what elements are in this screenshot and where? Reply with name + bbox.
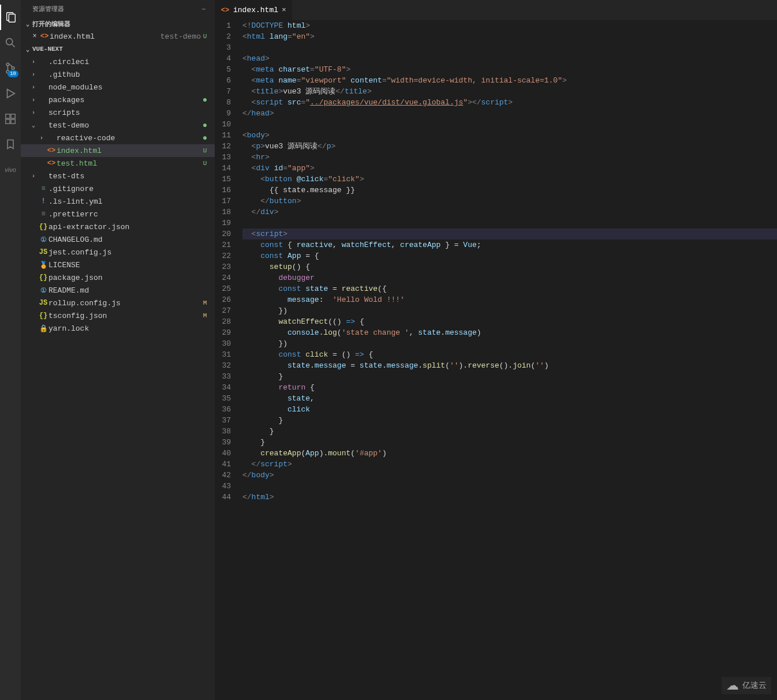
folder-item[interactable]: ›reactive-code● [21,132,215,144]
tab-index-html[interactable]: <> index.html × [215,0,293,20]
chevron-icon: › [29,97,38,103]
cloud-icon: ☁ [726,678,739,693]
svg-line-3 [12,44,15,47]
conf-icon: ≡ [39,184,48,193]
conf-icon: ≡ [39,209,48,219]
search-icon[interactable] [0,30,21,55]
code-content[interactable]: <!DOCTYPE html><html lang="en"><head> <m… [242,20,777,700]
activity-bar: 10 vivo [0,0,21,700]
svg-point-2 [6,39,13,45]
open-editors-list: ×<>index.htmltest-demoU [21,30,215,43]
svg-rect-9 [11,114,15,118]
editor-tabs: <> index.html × [215,0,777,20]
file-item[interactable]: JSrollup.config.jsM [21,297,215,309]
file-tree: ›.circleci›.github›node_modules›packages… [21,55,215,700]
vivo-icon[interactable]: vivo [0,157,21,182]
svg-point-6 [12,67,14,70]
svg-rect-8 [6,114,10,118]
js-icon: JS [39,298,48,308]
md-icon: ① [39,235,48,244]
folder-item[interactable]: ›node_modules [21,81,215,93]
svg-marker-7 [8,89,15,98]
file-item[interactable]: JSjest.config.js [21,246,215,259]
folder-item[interactable]: ›packages● [21,93,215,106]
close-icon[interactable]: × [282,6,286,14]
run-debug-icon[interactable] [0,81,21,106]
more-icon[interactable]: ⋯ [201,5,206,13]
watermark: ☁ 亿速云 [722,677,771,694]
sidebar: 资源管理器 ⋯ ⌄ 打开的编辑器 ×<>index.htmltest-demoU… [21,0,215,700]
line-gutter: 1234567891011121314151617181920212223242… [215,20,242,700]
txt-icon: 🔒 [39,324,48,333]
folder-item[interactable]: ›.circleci [21,55,215,68]
tab-label: index.html [233,6,278,14]
folder-item[interactable]: ›.github [21,68,215,81]
file-item[interactable]: <>test.htmlU [21,157,215,170]
file-item[interactable]: {}tsconfig.jsonM [21,309,215,322]
sidebar-title: 资源管理器 [32,5,64,13]
open-editors-header[interactable]: ⌄ 打开的编辑器 [21,17,215,30]
chevron-icon: › [29,72,38,78]
folder-item[interactable]: ⌄test-demo● [21,119,215,132]
file-item[interactable]: 🏅LICENSE [21,259,215,271]
file-item[interactable]: {}api-extractor.json [21,220,215,233]
svg-rect-1 [9,14,15,23]
folder-item[interactable]: ›test-dts [21,170,215,182]
explorer-icon[interactable] [0,5,21,30]
open-editor-item[interactable]: ×<>index.htmltest-demoU [21,30,215,43]
file-item[interactable]: ≡.gitignore [21,182,215,195]
close-icon[interactable]: × [30,32,39,40]
file-item[interactable]: ≡.prettierrc [21,208,215,220]
chevron-icon: › [29,110,38,116]
project-header[interactable]: ⌄ VUE-NEXT [21,43,215,55]
chevron-icon: › [29,59,38,65]
scm-badge: 10 [8,70,18,77]
svg-point-4 [6,63,9,66]
json-icon: {} [39,311,48,320]
folder-item[interactable]: ›scripts [21,106,215,119]
svg-rect-11 [11,119,15,123]
html-icon: <> [47,159,56,168]
source-control-icon[interactable]: 10 [0,55,21,81]
bookmark-icon[interactable] [0,132,21,157]
chevron-icon: › [37,135,46,141]
extensions-icon[interactable] [0,106,21,132]
file-item[interactable]: ①CHANGELOG.md [21,233,215,246]
js-icon: JS [39,248,48,257]
file-item[interactable]: <>index.htmlU [21,144,215,157]
chevron-icon: › [29,173,38,179]
file-item[interactable]: !.ls-lint.yml [21,195,215,208]
sidebar-header: 资源管理器 ⋯ [21,0,215,17]
chevron-icon: ⌄ [29,122,38,129]
yml-icon: ! [39,197,48,206]
svg-rect-10 [6,119,10,123]
lic-icon: 🏅 [39,260,48,269]
html-icon: <> [40,32,49,41]
html-icon: <> [47,146,56,155]
json-icon: {} [39,222,48,231]
file-item[interactable]: {}package.json [21,271,215,284]
file-item[interactable]: 🔒yarn.lock [21,322,215,335]
file-item[interactable]: ①README.md [21,284,215,297]
editor[interactable]: 1234567891011121314151617181920212223242… [215,20,777,700]
editor-area: <> index.html × 123456789101112131415161… [215,0,777,700]
html-icon: <> [221,6,230,15]
md-icon: ① [39,286,48,295]
json-icon: {} [39,273,48,282]
chevron-icon: › [29,84,38,91]
